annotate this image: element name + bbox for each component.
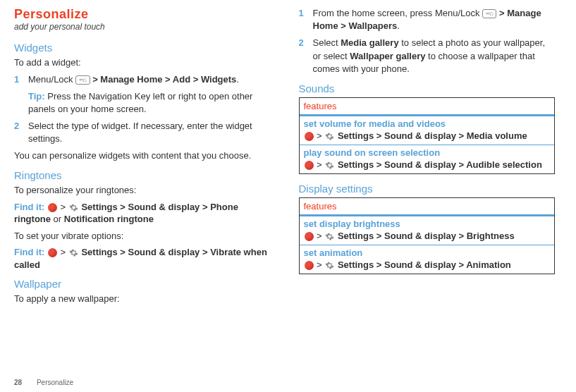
text: Menu/Lock <box>28 74 75 85</box>
gear-icon <box>69 248 78 257</box>
right-column: 1 From the home screen, press Menu/Lock … <box>299 7 556 385</box>
ringtones-find-1: Find it: > Settings > Sound & display > … <box>14 201 271 226</box>
gear-icon <box>325 161 334 170</box>
sounds-heading: Sounds <box>299 82 556 94</box>
page-title: Personalize <box>14 7 271 22</box>
find-it-label: Find it: <box>14 247 44 257</box>
home-icon <box>305 161 314 170</box>
widgets-outro: You can personalize widgets with content… <box>14 149 271 162</box>
page-subtitle: add your personal touch <box>14 22 271 32</box>
home-icon <box>305 232 314 241</box>
widgets-intro: To add a widget: <box>14 56 271 69</box>
table-row: set display brightness > Settings > Soun… <box>300 216 555 245</box>
feature-name: play sound on screen selection <box>304 147 551 158</box>
tip-block: Tip: Press the Navigation Key left or ri… <box>28 90 271 116</box>
feature-name: set animation <box>304 247 551 258</box>
tip-label: Tip: <box>28 91 45 102</box>
table-row: play sound on screen selection > Setting… <box>300 145 555 173</box>
step-number: 2 <box>14 120 25 145</box>
step-content: Menu/Lock ▫▫⌂ > Manage Home > Add > Widg… <box>28 73 271 116</box>
left-column: Personalize add your personal touch Widg… <box>14 7 271 385</box>
path-text: Settings > Sound & display > Brightness <box>338 231 515 241</box>
bold-text: Media gallery <box>341 37 398 48</box>
ringtones-intro-2: To set your vibrate options: <box>14 230 271 243</box>
feature-path: > Settings > Sound & display > Audible s… <box>304 159 551 170</box>
table-row: set volume for media and videos > Settin… <box>300 116 555 145</box>
wallpaper-step-2: 2 Select Media gallery to select a photo… <box>299 37 556 75</box>
feature-path: > Settings > Sound & display > Media vol… <box>304 130 551 141</box>
menu-lock-key-icon: ▫▫⌂ <box>75 75 90 85</box>
step-number: 1 <box>14 73 25 116</box>
widgets-heading: Widgets <box>14 42 271 54</box>
ringtones-heading: Ringtones <box>14 169 271 181</box>
table-header: features <box>300 198 555 216</box>
step-content: Select the type of widget. If necessary,… <box>28 120 271 145</box>
step-number: 1 <box>299 7 310 32</box>
page-number: 28 <box>14 379 22 386</box>
step-content: Select Media gallery to select a photo a… <box>313 37 556 75</box>
widgets-steps: 1 Menu/Lock ▫▫⌂ > Manage Home > Add > Wi… <box>14 73 271 146</box>
path-text: > Manage Home > Add > Widgets <box>92 74 236 85</box>
widgets-step-2: 2 Select the type of widget. If necessar… <box>14 120 271 145</box>
gear-icon <box>69 203 78 212</box>
text: From the home screen, press Menu/Lock <box>313 8 483 18</box>
home-icon <box>48 248 57 257</box>
gear-icon <box>325 132 334 141</box>
page-footer: 28 Personalize <box>14 379 73 386</box>
feature-name: set display brightness <box>304 219 551 229</box>
text: Select <box>313 37 341 48</box>
path-text: Settings > Sound & display > Audible sel… <box>338 159 542 170</box>
find-it-label: Find it: <box>14 202 44 212</box>
feature-path: > Settings > Sound & display > Animation <box>304 259 551 270</box>
tip-text: Press the Navigation Key left or right t… <box>28 91 252 114</box>
table-row: set animation > Settings > Sound & displ… <box>300 245 555 274</box>
period: . <box>397 20 400 31</box>
feature-name: set volume for media and videos <box>304 118 551 129</box>
or-text: or <box>51 214 64 224</box>
alt-path: Notification ringtone <box>64 214 154 224</box>
sounds-table: features set volume for media and videos… <box>299 97 556 174</box>
display-heading: Display settings <box>299 183 556 195</box>
wallpaper-intro: To apply a new wallpaper: <box>14 293 271 305</box>
wallpaper-step-1: 1 From the home screen, press Menu/Lock … <box>299 7 556 32</box>
ringtones-find-2: Find it: > Settings > Sound & display > … <box>14 246 271 271</box>
home-icon <box>305 132 314 141</box>
wallpaper-heading: Wallpaper <box>14 278 271 290</box>
table-header: features <box>300 98 555 116</box>
wallpaper-steps: 1 From the home screen, press Menu/Lock … <box>299 7 556 75</box>
path-text: Settings > Sound & display > Animation <box>338 259 511 270</box>
step-content: From the home screen, press Menu/Lock ▫▫… <box>313 7 556 32</box>
footer-label: Personalize <box>37 379 73 386</box>
gear-icon <box>325 232 334 241</box>
period: . <box>236 74 239 85</box>
display-table: features set display brightness > Settin… <box>299 197 556 274</box>
widgets-step-1: 1 Menu/Lock ▫▫⌂ > Manage Home > Add > Wi… <box>14 73 271 116</box>
menu-lock-key-icon: ▫▫⌂ <box>482 9 496 18</box>
path-text: Settings > Sound & display > Media volum… <box>338 130 527 141</box>
home-icon <box>305 261 314 270</box>
ringtones-intro: To personalize your ringtones: <box>14 184 271 197</box>
bold-text: Wallpaper gallery <box>350 51 425 61</box>
gear-icon <box>325 261 334 270</box>
step-number: 2 <box>299 37 310 75</box>
home-icon <box>48 203 57 212</box>
feature-path: > Settings > Sound & display > Brightnes… <box>304 231 551 241</box>
